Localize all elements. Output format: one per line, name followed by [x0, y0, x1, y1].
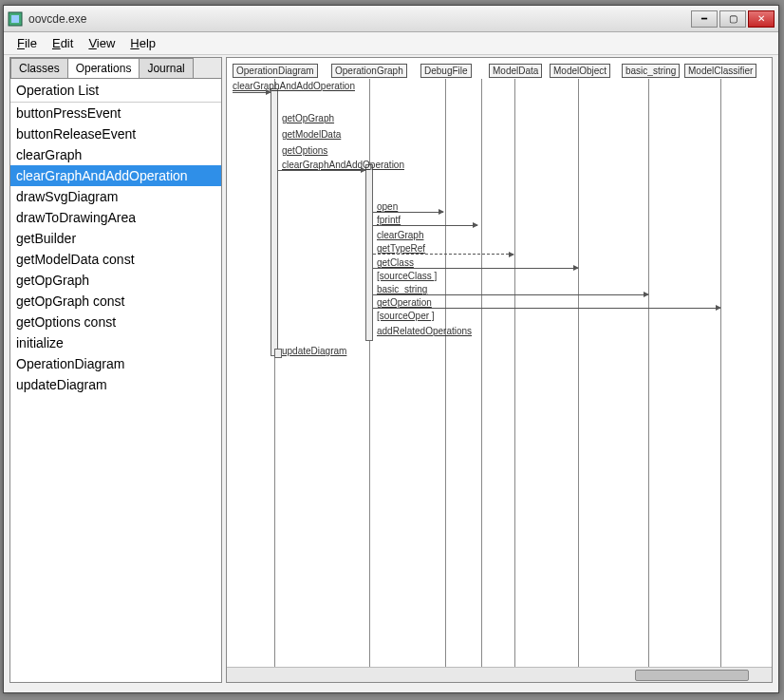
scrollbar-thumb[interactable]	[635, 670, 749, 681]
list-item[interactable]: initialize	[10, 332, 221, 353]
object-box[interactable]: basic_string	[622, 64, 680, 78]
message-arrow	[373, 268, 578, 269]
object-box[interactable]: OperationGraph	[331, 64, 407, 78]
message-arrow	[278, 170, 365, 171]
list-item[interactable]: drawSvgDiagram	[10, 186, 221, 207]
message-arrow	[233, 92, 271, 93]
activation	[271, 88, 278, 356]
tab-classes[interactable]: Classes	[10, 58, 68, 78]
message-label: getTypeRef	[377, 243, 425, 254]
tabs: Classes Operations Journal	[10, 58, 221, 79]
list-item[interactable]: clearGraphAndAddOperation	[10, 165, 221, 186]
activation	[274, 349, 282, 358]
lifeline	[648, 79, 649, 683]
message-label: getModelData	[282, 129, 341, 140]
lifeline	[445, 79, 446, 683]
object-box[interactable]: ModelClassifier	[684, 64, 756, 78]
list-item[interactable]: getBuilder	[10, 228, 221, 249]
message-arrow	[373, 254, 513, 255]
message-label: open	[377, 201, 398, 212]
message-label: [sourceClass ]	[377, 271, 437, 281]
message-label: getOpGraph	[282, 113, 334, 123]
lifeline	[720, 79, 721, 683]
message-arrow	[373, 308, 720, 309]
message-label: fprintf	[377, 215, 401, 225]
lifeline	[514, 79, 515, 683]
maximize-button[interactable]: ▢	[719, 10, 746, 28]
menu-file[interactable]: File	[9, 34, 45, 52]
message-label: updateDiagram	[282, 346, 346, 356]
message-label: [sourceOper ]	[377, 311, 435, 321]
list-item[interactable]: drawToDrawingArea	[10, 207, 221, 228]
app-icon	[8, 11, 23, 27]
message-label: clearGraphAndAddOperation	[233, 81, 355, 91]
horizontal-scrollbar[interactable]	[227, 667, 772, 682]
message-label: getClass	[377, 257, 414, 268]
message-label: clearGraph	[377, 230, 423, 240]
list-item[interactable]: getOpGraph	[10, 270, 221, 291]
main-window: oovcde.exe ━ ▢ ✕ File Edit View Help Cla…	[3, 5, 779, 693]
left-panel: Classes Operations Journal Operation Lis…	[9, 57, 222, 683]
list-header: Operation List	[10, 79, 221, 103]
menu-help[interactable]: Help	[122, 34, 163, 52]
message-label: addRelatedOperations	[377, 326, 472, 336]
menu-view[interactable]: View	[81, 34, 122, 52]
lifeline	[481, 79, 482, 683]
svg-rect-1	[11, 15, 19, 23]
activation	[365, 164, 373, 341]
list-item[interactable]: buttonPressEvent	[10, 103, 221, 123]
message-label: getOperation	[377, 297, 432, 308]
object-box[interactable]: ModelData	[489, 64, 542, 78]
sequence-diagram: OperationDiagram OperationGraph DebugFil…	[227, 58, 772, 682]
list-item[interactable]: buttonReleaseEvent	[10, 123, 221, 144]
close-button[interactable]: ✕	[748, 10, 775, 28]
message-label: getOptions	[282, 145, 327, 156]
message-arrow	[373, 225, 477, 226]
list-item[interactable]: getModelData const	[10, 249, 221, 270]
list-item[interactable]: updateDiagram	[10, 374, 221, 395]
message-arrow	[373, 294, 648, 295]
object-box[interactable]: OperationDiagram	[233, 64, 318, 78]
titlebar[interactable]: oovcde.exe ━ ▢ ✕	[4, 6, 778, 32]
diagram-panel[interactable]: OperationDiagram OperationGraph DebugFil…	[226, 57, 773, 683]
object-box[interactable]: DebugFile	[420, 64, 472, 78]
tab-operations[interactable]: Operations	[67, 58, 140, 78]
message-arrow	[373, 212, 443, 213]
content-area: Classes Operations Journal Operation Lis…	[4, 55, 778, 689]
tab-journal[interactable]: Journal	[139, 58, 193, 78]
list-item[interactable]: OperationDiagram	[10, 353, 221, 374]
menu-edit[interactable]: Edit	[45, 34, 81, 52]
operation-list[interactable]: buttonPressEvent buttonReleaseEvent clea…	[10, 103, 221, 682]
list-item[interactable]: getOptions const	[10, 312, 221, 332]
message-label: basic_string	[377, 284, 427, 294]
lifeline	[578, 79, 579, 683]
message-label: clearGraphAndAddOperation	[282, 160, 404, 170]
window-title: oovcde.exe	[28, 12, 691, 26]
minimize-button[interactable]: ━	[691, 10, 718, 28]
list-item[interactable]: getOpGraph const	[10, 291, 221, 312]
menubar: File Edit View Help	[4, 32, 778, 55]
list-item[interactable]: clearGraph	[10, 144, 221, 165]
object-box[interactable]: ModelObject	[550, 64, 610, 78]
